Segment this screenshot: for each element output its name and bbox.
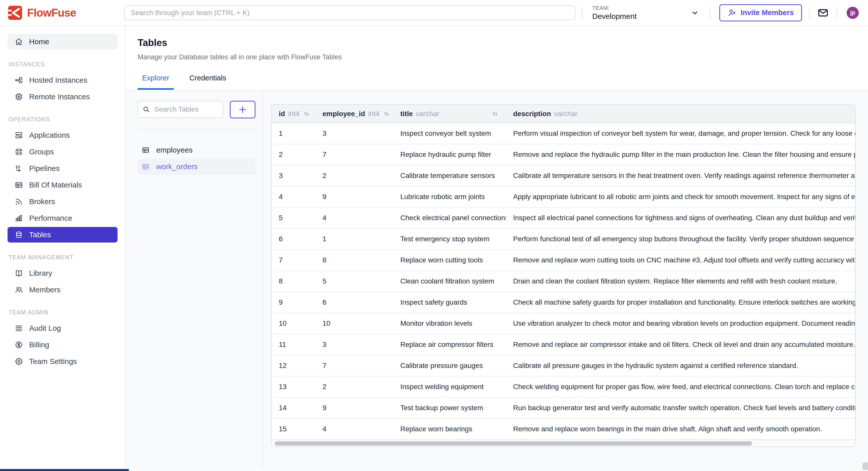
- table-row[interactable]: 32Calibrate temperature sensorsCalibrate…: [272, 165, 855, 186]
- sidebar-item-label: Remote Instances: [29, 92, 90, 101]
- table-list-item-employees[interactable]: employees: [137, 142, 255, 158]
- cell-id: 1: [272, 123, 315, 144]
- sidebar-item-groups[interactable]: Groups: [7, 144, 118, 159]
- chevron-down-icon: [691, 8, 699, 17]
- sidebar-item-label: Members: [29, 286, 61, 294]
- table-row[interactable]: 49Lubricate robotic arm jointsApply appr…: [272, 186, 855, 207]
- plus-icon: [238, 105, 248, 115]
- cell-employee-id: 7: [315, 355, 393, 376]
- cell-id: 7: [272, 249, 315, 271]
- cell-description: Check all machine safety guards for prop…: [506, 292, 855, 313]
- column-header-id[interactable]: idint4: [272, 105, 315, 123]
- team-texts: TEAM: Development: [592, 5, 637, 21]
- sidebar-item-performance[interactable]: Performance: [7, 210, 118, 226]
- header-divider: [809, 7, 809, 19]
- cell-title: Replace air compressor filters: [393, 334, 506, 355]
- cell-title: Inspect conveyor belt system: [393, 123, 506, 144]
- work-orders-table: idint4employee_idint4titlevarchardescrip…: [272, 105, 855, 440]
- sidebar-item-label: Library: [29, 269, 52, 277]
- brand[interactable]: FlowFuse: [7, 5, 124, 20]
- team-settings-icon: [14, 357, 23, 366]
- cell-employee-id: 3: [315, 334, 393, 355]
- sidebar-item-billing[interactable]: Billing: [7, 337, 118, 353]
- table-name: work_orders: [156, 163, 198, 171]
- table-row[interactable]: 1010Monitor vibration levelsUse vibratio…: [272, 313, 855, 334]
- sidebar-item-library[interactable]: Library: [7, 265, 118, 281]
- sidebar-item-home[interactable]: Home: [7, 34, 118, 50]
- app-body: HomeINSTANCESHosted InstancesRemote Inst…: [0, 26, 868, 471]
- table-icon: [142, 163, 150, 171]
- cell-description: Apply appropriate lubricant to all robot…: [506, 186, 855, 207]
- table-row[interactable]: 27Replace hydraulic pump filterRemove an…: [272, 144, 855, 165]
- sidebar-item-team-settings[interactable]: Team Settings: [7, 354, 118, 369]
- table-list-item-work-orders[interactable]: work_orders: [137, 158, 255, 175]
- table-row[interactable]: 127Calibrate pressure gaugesCalibrate al…: [272, 355, 855, 376]
- cell-description: Remove and replace worn cutting tools on…: [506, 249, 855, 271]
- sidebar-item-applications[interactable]: Applications: [7, 127, 118, 143]
- sidebar-item-label: Performance: [29, 214, 72, 223]
- cell-employee-id: 4: [315, 418, 393, 440]
- table-row[interactable]: 149Test backup power systemRun backup ge…: [272, 398, 855, 418]
- sidebar-item-audit-log[interactable]: Audit Log: [7, 320, 118, 336]
- hosted-instances-icon: [14, 76, 23, 84]
- explorer-workspace: employeeswork_orders idint4employee_idin…: [126, 90, 868, 471]
- column-type: varchar: [554, 110, 578, 118]
- panel-divider: [137, 129, 255, 130]
- tables-icon: [14, 231, 23, 239]
- table-row[interactable]: 96Inspect safety guardsCheck all machine…: [272, 292, 855, 313]
- cell-employee-id: 9: [315, 186, 393, 207]
- sidebar-item-tables[interactable]: Tables: [7, 227, 118, 242]
- tab-explorer[interactable]: Explorer: [137, 73, 174, 90]
- team-selector[interactable]: TEAM: Development: [592, 5, 699, 21]
- cell-employee-id: 5: [315, 271, 393, 292]
- sidebar-bottom-bar: [0, 469, 129, 471]
- table-row[interactable]: 113Replace air compressor filtersRemove …: [272, 334, 855, 355]
- sidebar-section-instances: INSTANCES: [8, 61, 118, 68]
- cell-id: 13: [272, 376, 315, 398]
- billing-icon: [14, 341, 23, 349]
- avatar[interactable]: jp: [847, 7, 859, 19]
- search-tables-box: [137, 101, 223, 118]
- table-row[interactable]: 85Clean coolant filtration systemDrain a…: [272, 271, 855, 292]
- table-row[interactable]: 154Replace worn bearingsRemove and repla…: [272, 418, 855, 440]
- sort-icon: [382, 110, 391, 118]
- mail-icon[interactable]: [817, 7, 829, 19]
- library-icon: [14, 269, 23, 277]
- table-row[interactable]: 61Test emergency stop systemPerform func…: [272, 229, 855, 249]
- brand-name: FlowFuse: [27, 6, 76, 19]
- column-header-description[interactable]: descriptionvarchar: [506, 105, 855, 123]
- sidebar-section-operations: OPERATIONS: [8, 116, 118, 123]
- sidebar-item-hosted-instances[interactable]: Hosted Instances: [7, 72, 118, 88]
- cell-id: 4: [272, 186, 315, 207]
- sidebar-item-members[interactable]: Members: [7, 282, 118, 298]
- cell-description: Remove and replace the hydraulic pump fi…: [506, 144, 855, 165]
- table-row[interactable]: 54Check electrical panel connectionsInsp…: [272, 207, 855, 229]
- column-name: employee_id: [322, 110, 365, 118]
- sidebar-item-pipelines[interactable]: Pipelines: [7, 160, 118, 176]
- column-header-title[interactable]: titlevarchar: [393, 105, 506, 123]
- column-header-employee-id[interactable]: employee_idint4: [315, 105, 393, 123]
- top-bar: FlowFuse TEAM: Development Invite Member…: [0, 0, 868, 26]
- sidebar-item-remote-instances[interactable]: Remote Instances: [7, 89, 118, 105]
- sidebar-item-bill-of-materials[interactable]: Bill Of Materials: [7, 177, 118, 193]
- cell-description: Inspect all electrical panel connections…: [506, 207, 855, 229]
- table-row[interactable]: 132Inspect welding equipmentCheck weldin…: [272, 376, 855, 398]
- cell-title: Inspect safety guards: [393, 292, 506, 313]
- table-list: employeeswork_orders: [137, 142, 255, 175]
- global-search-input[interactable]: [124, 5, 575, 20]
- table-header-row: idint4employee_idint4titlevarchardescrip…: [272, 105, 855, 123]
- table-row[interactable]: 13Inspect conveyor belt systemPerform vi…: [272, 123, 855, 144]
- table-row[interactable]: 78Replace worn cutting toolsRemove and r…: [272, 249, 855, 271]
- bill-of-materials-icon: [14, 181, 23, 189]
- search-tables-input[interactable]: [154, 105, 219, 114]
- add-table-button[interactable]: [230, 101, 255, 118]
- cell-title: Test emergency stop system: [393, 229, 506, 249]
- sidebar-item-label: Pipelines: [29, 164, 60, 173]
- tab-credentials[interactable]: Credentials: [185, 73, 231, 90]
- sidebar-section-team-admin: TEAM ADMIN: [8, 309, 118, 316]
- cell-title: Lubricate robotic arm joints: [393, 186, 506, 207]
- cell-title: Inspect welding equipment: [393, 376, 506, 398]
- invite-members-button[interactable]: Invite Members: [719, 4, 802, 21]
- horizontal-scrollbar-thumb[interactable]: [275, 441, 752, 446]
- sidebar-item-brokers[interactable]: Brokers: [7, 194, 118, 209]
